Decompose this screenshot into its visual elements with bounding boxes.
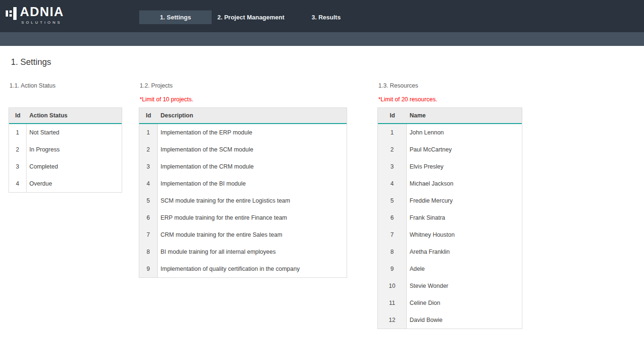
cell-id: 5	[139, 192, 158, 209]
cell-id: 4	[378, 175, 407, 192]
table-row: 7CRM module training for the entire Sale…	[139, 226, 347, 243]
page-title: 1. Settings	[11, 57, 51, 67]
top-header-bar: ADNIA SOLUTIONS 1. Settings 2. Project M…	[0, 0, 644, 32]
cell-id: 3	[139, 158, 158, 175]
secondary-header-strip	[0, 32, 644, 46]
table-row: 3Elvis Presley	[378, 158, 522, 175]
cell-id: 2	[139, 141, 158, 158]
cell-id: 2	[9, 141, 27, 158]
column-header-description: Description	[158, 112, 193, 119]
table-row: 6Frank Sinatra	[378, 209, 522, 226]
cell-id: 10	[378, 277, 407, 294]
table-row: 9Adele	[378, 260, 522, 277]
brand-subtitle: SOLUTIONS	[20, 20, 64, 25]
section-title: 1.1. Action Status	[9, 82, 55, 89]
table-row: 12David Bowie	[378, 311, 522, 329]
table-header-row: Id Action Status	[9, 108, 122, 124]
cell-id: 11	[378, 294, 407, 311]
table-row: 1Implementation of the ERP module	[139, 124, 347, 141]
cell-value[interactable]: Elvis Presley	[407, 158, 522, 175]
cell-value[interactable]: Not Started	[27, 124, 122, 141]
cell-id: 8	[139, 243, 158, 260]
cell-value[interactable]: Completed	[27, 158, 122, 175]
cell-value[interactable]: Implementation of the SCM module	[158, 141, 347, 158]
table-row: 3Implementation of the CRM module	[139, 158, 347, 175]
cell-id: 2	[378, 141, 407, 158]
cell-value[interactable]: Overdue	[27, 175, 122, 192]
table-row: 10Stevie Wonder	[378, 277, 522, 294]
column-header-id: Id	[139, 112, 158, 119]
cell-value[interactable]: David Bowie	[407, 311, 522, 329]
tab-results[interactable]: 3. Results	[312, 10, 340, 24]
brand-text: ADNIA SOLUTIONS	[20, 6, 64, 25]
table-row: 8BI module training for all internal emp…	[139, 243, 347, 260]
table-row: 2Implementation of the SCM module	[139, 141, 347, 158]
table-row: 6ERP module training for the entire Fina…	[139, 209, 347, 226]
cell-value[interactable]: John Lennon	[407, 124, 522, 141]
table-header-row: Id Description	[139, 108, 347, 124]
column-header-name: Name	[407, 112, 426, 119]
action-status-table: Id Action Status 1Not Started2In Progres…	[9, 107, 122, 193]
cell-id: 4	[9, 175, 27, 192]
section-title: 1.2. Projects	[140, 82, 172, 89]
section-note: *Limit of 20 resources.	[378, 96, 437, 103]
cell-id: 6	[378, 209, 407, 226]
cell-value[interactable]: Paul McCartney	[407, 141, 522, 158]
cell-id: 1	[9, 124, 27, 141]
table-row: 4Michael Jackson	[378, 175, 522, 192]
table-row: 3Completed	[9, 158, 122, 175]
cell-value[interactable]: Michael Jackson	[407, 175, 522, 192]
brand-logo: ADNIA SOLUTIONS	[6, 6, 64, 25]
cell-id: 8	[378, 243, 407, 260]
cell-id: 7	[378, 226, 407, 243]
column-header-id: Id	[378, 112, 407, 119]
cell-value[interactable]: SCM module training for the entire Logis…	[158, 192, 347, 209]
cell-value[interactable]: CRM module training for the entire Sales…	[158, 226, 347, 243]
table-row: 5SCM module training for the entire Logi…	[139, 192, 347, 209]
cell-id: 3	[9, 158, 27, 175]
bar-chart-logo-icon	[6, 7, 17, 20]
table-row: 7Whitney Houston	[378, 226, 522, 243]
cell-value[interactable]: Stevie Wonder	[407, 277, 522, 294]
tab-project-management[interactable]: 2. Project Management	[217, 10, 285, 24]
table-row: 1Not Started	[9, 124, 122, 141]
cell-value[interactable]: ERP module training for the entire Finan…	[158, 209, 347, 226]
projects-table: Id Description 1Implementation of the ER…	[139, 107, 347, 278]
brand-name: ADNIA	[20, 6, 64, 18]
cell-id: 9	[139, 260, 158, 277]
table-row: 11Celine Dion	[378, 294, 522, 311]
table-row: 2Paul McCartney	[378, 141, 522, 158]
section-note: *Limit of 10 projects.	[140, 96, 193, 103]
cell-id: 3	[378, 158, 407, 175]
cell-id: 9	[378, 260, 407, 277]
cell-id: 1	[378, 124, 407, 141]
cell-value[interactable]: Whitney Houston	[407, 226, 522, 243]
table-row: 9Implementation of quality certification…	[139, 260, 347, 277]
table-row: 4Overdue	[9, 175, 122, 192]
cell-value[interactable]: Freddie Mercury	[407, 192, 522, 209]
cell-id: 1	[139, 124, 158, 141]
cell-id: 4	[139, 175, 158, 192]
table-row: 5Freddie Mercury	[378, 192, 522, 209]
cell-id: 12	[378, 311, 407, 329]
column-header-action-status: Action Status	[27, 112, 68, 119]
cell-value[interactable]: Celine Dion	[407, 294, 522, 311]
cell-value[interactable]: Implementation of quality certification …	[158, 260, 347, 277]
cell-id: 7	[139, 226, 158, 243]
cell-value[interactable]: Implementation of the BI module	[158, 175, 347, 192]
section-title: 1.3. Resources	[378, 82, 418, 89]
cell-value[interactable]: Implementation of the ERP module	[158, 124, 347, 141]
cell-value[interactable]: BI module training for all internal empl…	[158, 243, 347, 260]
table-row: 8Aretha Franklin	[378, 243, 522, 260]
cell-id: 5	[378, 192, 407, 209]
cell-value[interactable]: In Progress	[27, 141, 122, 158]
cell-value[interactable]: Implementation of the CRM module	[158, 158, 347, 175]
tab-settings[interactable]: 1. Settings	[139, 10, 212, 24]
cell-value[interactable]: Adele	[407, 260, 522, 277]
table-row: 1John Lennon	[378, 124, 522, 141]
table-row: 4Implementation of the BI module	[139, 175, 347, 192]
cell-value[interactable]: Aretha Franklin	[407, 243, 522, 260]
column-header-id: Id	[9, 112, 27, 119]
cell-id: 6	[139, 209, 158, 226]
cell-value[interactable]: Frank Sinatra	[407, 209, 522, 226]
